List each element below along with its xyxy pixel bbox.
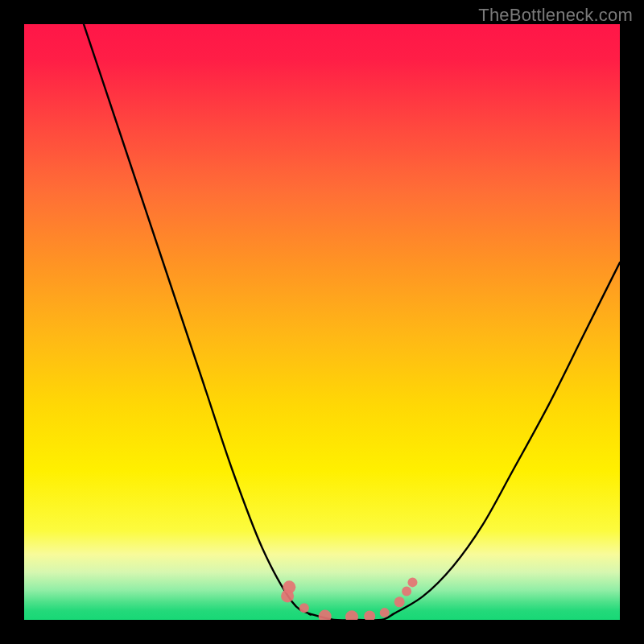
valley-marker	[394, 597, 405, 607]
curve-layer	[24, 24, 620, 620]
valley-marker	[319, 610, 332, 620]
valley-marker	[364, 611, 375, 620]
valley-marker	[402, 586, 411, 596]
valley-marker	[345, 610, 358, 620]
valley-marker	[407, 577, 417, 587]
chart-frame: TheBottleneck.com	[0, 0, 644, 644]
plot-area	[24, 24, 620, 620]
valley-marker	[380, 608, 390, 617]
marker-group	[281, 577, 417, 620]
line-series-group	[84, 24, 620, 620]
valley-marker	[299, 603, 309, 613]
watermark-text: TheBottleneck.com	[478, 5, 633, 26]
valley-marker	[281, 589, 294, 602]
bottleneck-curve	[84, 24, 620, 620]
